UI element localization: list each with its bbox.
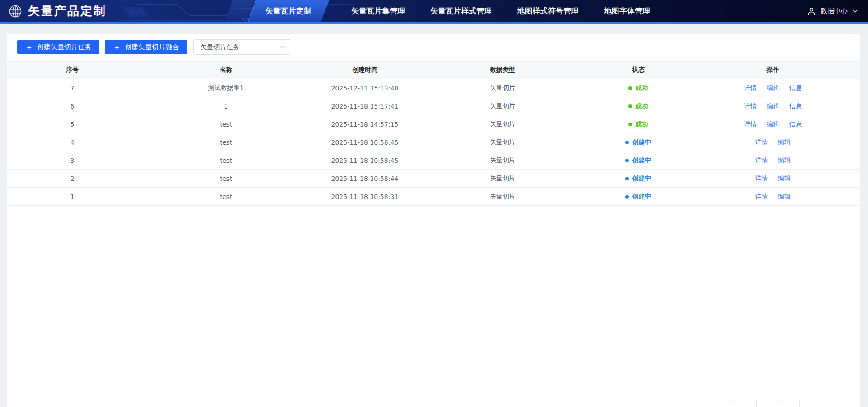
row-data-type: 矢量切片 (415, 193, 590, 201)
col-header-name: 名称 (137, 66, 315, 74)
create-tile-task-button[interactable]: ＋ 创建矢量切片任务 (17, 40, 99, 54)
col-header-type: 数据类型 (415, 66, 590, 74)
status-badge: 创建中 (625, 138, 651, 147)
globe-icon (8, 4, 23, 19)
nav-tab-1[interactable]: 矢量瓦片集管理 (351, 0, 405, 22)
create-tile-merge-button[interactable]: ＋ 创建矢量切片融合 (105, 40, 187, 54)
action-link-edit[interactable]: 编辑 (767, 84, 779, 92)
status-badge: 创建中 (625, 156, 651, 165)
col-header-index: 序号 (7, 66, 137, 74)
row-created-time: 2025-11-18 10:58:45 (315, 157, 415, 164)
row-index: 3 (7, 157, 137, 164)
row-name: test (137, 139, 315, 146)
task-type-select-value: 矢量切片任务 (200, 43, 240, 52)
row-data-type: 矢量切片 (415, 175, 590, 183)
action-link-edit[interactable]: 编辑 (778, 138, 791, 147)
action-link-edit[interactable]: 编辑 (778, 156, 791, 165)
status-badge: 创建中 (625, 175, 651, 183)
row-created-time: 2025-12-11 15:13:40 (315, 85, 415, 92)
row-index: 7 (7, 85, 137, 92)
row-data-type: 矢量切片 (415, 120, 590, 128)
col-header-created: 创建时间 (315, 66, 415, 74)
user-name: 数据中心 (821, 7, 848, 15)
create-tile-task-label: 创建矢量切片任务 (37, 43, 91, 52)
action-link-details[interactable]: 详情 (744, 102, 757, 110)
row-created-time: 2025-11-18 10:58:44 (315, 175, 415, 182)
nav-tab-2[interactable]: 矢量瓦片样式管理 (430, 0, 492, 22)
row-name: 1 (137, 103, 315, 110)
action-link-details[interactable]: 详情 (744, 84, 757, 92)
action-link-details[interactable]: 详情 (755, 193, 768, 201)
row-data-type: 矢量切片 (415, 102, 590, 110)
pagination-stub[interactable] (730, 400, 751, 407)
app-page: 矢量产品定制 矢量瓦片定制矢量瓦片集管理矢量瓦片样式管理地图样式符号管理地图字体… (0, 0, 868, 407)
app-title: 矢量产品定制 (28, 3, 107, 19)
row-created-time: 2025-11-18 10:58:31 (315, 193, 415, 200)
action-link-edit[interactable]: 编辑 (778, 193, 791, 201)
status-dot-icon (625, 177, 629, 180)
action-link-details[interactable]: 详情 (744, 120, 757, 128)
nav-tab-label: 矢量瓦片集管理 (351, 6, 405, 16)
app-logo: 矢量产品定制 (8, 0, 107, 22)
status-badge: 创建中 (625, 193, 651, 201)
status-dot-icon (625, 195, 629, 199)
action-link-info[interactable]: 信息 (789, 120, 802, 128)
user-icon (807, 7, 816, 16)
action-link-details[interactable]: 详情 (755, 138, 768, 147)
row-name: test (137, 121, 315, 128)
plus-icon: ＋ (113, 43, 121, 51)
plus-icon: ＋ (25, 43, 33, 51)
status-badge: 成功 (628, 84, 648, 92)
nav-tab-4[interactable]: 地图字体管理 (604, 0, 650, 22)
status-dot-icon (628, 104, 632, 108)
col-header-status: 状态 (590, 66, 686, 74)
row-data-type: 矢量切片 (415, 156, 590, 165)
row-index: 2 (7, 175, 137, 182)
table-row: 5 test 2025-11-18 14:57:15 矢量切片 成功 详情编辑信… (7, 115, 860, 133)
table-row: 3 test 2025-11-18 10:58:45 矢量切片 创建中 详情编辑 (7, 151, 860, 170)
nav-tab-3[interactable]: 地图样式符号管理 (517, 0, 579, 22)
table-row: 2 test 2025-11-18 10:58:44 矢量切片 创建中 详情编辑 (7, 170, 860, 188)
row-name: test (137, 175, 315, 182)
row-index: 6 (7, 103, 137, 110)
table-row: 1 test 2025-11-18 10:58:31 矢量切片 创建中 详情编辑 (7, 188, 860, 206)
row-data-type: 矢量切片 (415, 84, 590, 92)
status-dot-icon (628, 86, 632, 90)
action-link-edit[interactable]: 编辑 (767, 102, 779, 110)
col-header-actions: 操作 (686, 66, 860, 74)
create-tile-merge-label: 创建矢量切片融合 (125, 43, 179, 52)
top-navigation-bar: 矢量产品定制 矢量瓦片定制矢量瓦片集管理矢量瓦片样式管理地图样式符号管理地图字体… (0, 0, 868, 24)
action-link-details[interactable]: 详情 (755, 175, 768, 183)
table-row: 6 1 2025-11-18 15:17:41 矢量切片 成功 详情编辑信息 (7, 97, 860, 115)
action-link-info[interactable]: 信息 (789, 102, 802, 110)
row-name: test (137, 157, 315, 164)
row-index: 1 (7, 193, 137, 200)
row-index: 5 (7, 121, 137, 128)
action-link-info[interactable]: 信息 (789, 84, 802, 92)
table-header-row: 序号 名称 创建时间 数据类型 状态 操作 (7, 61, 860, 79)
nav-tab-0[interactable]: 矢量瓦片定制 (252, 0, 325, 22)
task-type-select[interactable]: 矢量切片任务 (193, 39, 291, 55)
nav-tab-label: 地图字体管理 (604, 6, 650, 16)
row-data-type: 矢量切片 (415, 138, 590, 147)
status-dot-icon (625, 141, 629, 144)
user-menu[interactable]: 数据中心 (807, 0, 858, 22)
row-created-time: 2025-11-18 14:57:15 (315, 121, 415, 128)
pagination-stub[interactable] (778, 400, 800, 407)
chevron-down-icon (280, 45, 285, 49)
action-link-edit[interactable]: 编辑 (778, 175, 791, 183)
task-table: 序号 名称 创建时间 数据类型 状态 操作 7 测试数据集1 2025-12-1… (7, 61, 860, 206)
row-name: 测试数据集1 (137, 84, 315, 92)
row-name: test (137, 193, 315, 200)
main-nav: 矢量瓦片定制矢量瓦片集管理矢量瓦片样式管理地图样式符号管理地图字体管理 (252, 0, 675, 22)
status-dot-icon (628, 123, 632, 126)
action-link-details[interactable]: 详情 (755, 156, 768, 165)
table-body: 7 测试数据集1 2025-12-11 15:13:40 矢量切片 成功 详情编… (7, 79, 860, 206)
row-created-time: 2025-11-18 15:17:41 (315, 103, 415, 110)
action-link-edit[interactable]: 编辑 (767, 120, 779, 128)
nav-tab-label: 地图样式符号管理 (517, 6, 579, 16)
status-dot-icon (625, 159, 629, 162)
status-badge: 成功 (628, 120, 648, 128)
pagination-stub[interactable] (756, 400, 773, 407)
content-card: ＋ 创建矢量切片任务 ＋ 创建矢量切片融合 矢量切片任务 序号 名称 创建时 (7, 34, 860, 407)
